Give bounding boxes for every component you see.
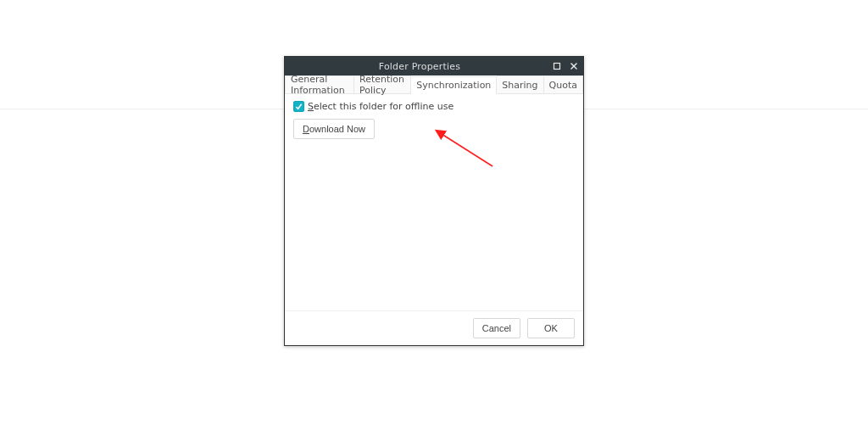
folder-properties-dialog: Folder Properties General Information Re… [284, 56, 584, 346]
sync-tab-body: Select this folder for offline use Downl… [285, 94, 583, 310]
tab-general-information[interactable]: General Information [285, 75, 354, 93]
dialog-title: Folder Properties [288, 61, 551, 72]
tab-bar: General Information Retention Policy Syn… [285, 75, 583, 94]
offline-use-label[interactable]: Select this folder for offline use [308, 101, 453, 112]
download-now-accel: D [303, 124, 309, 134]
dialog-footer: Cancel OK [285, 310, 583, 345]
offline-use-label-rest: elect this folder for offline use [314, 101, 453, 112]
offline-use-row: Select this folder for offline use [293, 101, 575, 112]
cancel-button-label: Cancel [482, 323, 511, 333]
tab-retention-policy[interactable]: Retention Policy [354, 75, 411, 93]
tab-label: Quota [549, 80, 577, 91]
tab-quota[interactable]: Quota [544, 75, 583, 93]
maximize-icon[interactable] [551, 60, 563, 72]
ok-button-label: OK [544, 323, 558, 333]
offline-use-checkbox[interactable] [293, 101, 304, 112]
tab-label: Retention Policy [359, 74, 405, 96]
ok-button[interactable]: OK [527, 318, 575, 338]
titlebar[interactable]: Folder Properties [285, 57, 583, 75]
tab-label: General Information [291, 74, 348, 96]
close-icon[interactable] [568, 60, 580, 72]
annotation-arrow-icon [412, 124, 505, 175]
tab-synchronization[interactable]: Synchronization [411, 76, 497, 94]
tab-label: Synchronization [416, 80, 491, 91]
svg-line-3 [442, 134, 492, 166]
cancel-button[interactable]: Cancel [473, 318, 520, 338]
window-controls [551, 60, 580, 72]
download-now-button[interactable]: Download Now [293, 119, 375, 139]
tab-label: Sharing [502, 80, 537, 91]
svg-rect-0 [554, 64, 560, 70]
offline-use-accel: S [308, 101, 314, 112]
tab-sharing[interactable]: Sharing [497, 75, 543, 93]
download-now-label-rest: ownload Now [309, 124, 365, 134]
